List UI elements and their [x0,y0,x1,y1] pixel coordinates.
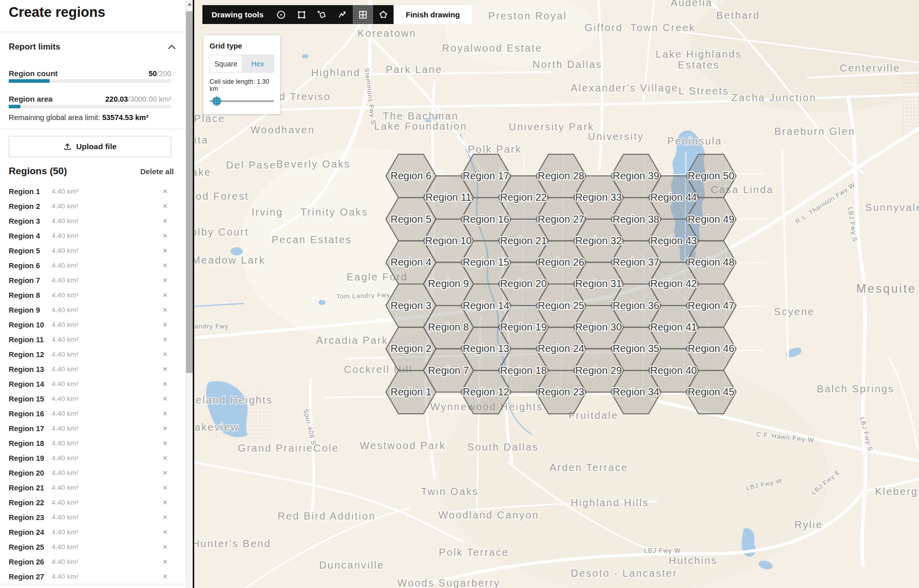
place-label: Red Bird Addition [278,510,376,522]
cell-side-length-label: Cell side length: 1.30 km [210,78,274,92]
delete-region-button[interactable]: × [163,394,168,403]
place-label: Grand Prairie [238,442,313,454]
cell-size-slider[interactable] [210,97,274,106]
delete-region-button[interactable]: × [163,350,168,359]
delete-region-button[interactable]: × [163,365,168,373]
hex-region-label: Region 39 [613,170,659,181]
delete-region-button[interactable]: × [163,424,168,433]
delete-region-button[interactable]: × [163,305,168,314]
place-label: Sunnyvale [865,202,919,213]
drawing-toolbar-group: Drawing tools [202,5,394,24]
region-name: Region 6 [9,262,44,270]
delete-region-button[interactable]: × [163,261,168,270]
delete-region-button[interactable]: × [163,513,168,522]
delete-region-button[interactable]: × [163,231,168,240]
region-name: Region 5 [9,247,44,255]
region-area: 4.40 km² [52,187,79,195]
region-row: Region 234.40 km²× [9,510,177,525]
grid-type-square-button[interactable]: Square [210,55,242,72]
delete-region-button[interactable]: × [163,468,168,477]
rectangle-tool-button[interactable] [291,5,312,24]
freehand-line-tool-icon [337,10,348,20]
report-limits-label: Report limits [9,42,60,52]
region-name: Region 27 [9,573,44,581]
place-label: Colby Court [194,226,249,238]
map[interactable]: KoreatownPreston RoyalAudeliaBethardGiff… [194,0,919,588]
polygon-vertices-tool-button[interactable] [373,5,394,24]
region-name: Region 12 [9,350,44,359]
region-name: Region 7 [9,276,44,285]
place-label: Meadow Lark [194,254,265,266]
region-area: 4.40 km² [52,528,79,536]
delete-region-button[interactable]: × [163,246,168,255]
report-limits-header[interactable]: Report limits [9,42,175,52]
region-row: Region 74.40 km²× [9,273,177,288]
region-name: Region 17 [9,425,44,433]
delete-region-button[interactable]: × [163,291,168,299]
slider-thumb[interactable] [212,97,221,106]
finish-drawing-button[interactable]: Finish drawing [394,5,472,24]
circle-tool-button[interactable] [271,5,291,24]
scrollbar-thumb[interactable] [186,11,193,373]
place-label: Woodland Canyon [438,509,539,521]
skew-polygon-tool-button[interactable] [312,5,332,24]
delete-region-button[interactable]: × [163,454,168,462]
hex-region-label: Region 12 [463,386,509,397]
place-label: Irving [251,206,283,218]
delete-region-button[interactable]: × [163,543,168,551]
regions-heading: Regions (50) [9,166,67,177]
delete-region-button[interactable]: × [163,409,168,418]
region-count-metric: Region count 50/200 [9,69,171,78]
grid-tool-button[interactable] [353,5,373,24]
regions-list-header: Regions (50) Delete all [9,166,174,177]
scroll-up-arrow-icon[interactable] [188,3,192,6]
region-row: Region 194.40 km²× [9,451,177,465]
region-row: Region 254.40 km²× [9,539,177,554]
region-row: Region 24.40 km²× [9,199,177,214]
hex-region-label: Region 36 [613,300,659,311]
place-label: Westwood Park [360,440,446,451]
place-label: Lake Highlands [656,49,742,60]
delete-region-button[interactable]: × [163,572,168,581]
hex-region-label: Region 46 [688,343,734,354]
grid-type-hex-button[interactable]: Hex [242,55,273,72]
hex-region-label: Region 28 [538,170,584,181]
rectangle-tool-icon [296,10,307,20]
delete-all-button[interactable]: Delete all [140,167,174,176]
region-name: Region 10 [9,321,44,329]
chevron-up-icon[interactable] [168,44,175,50]
region-area-metric: Region area 220.03/3000.00 km² [9,95,171,103]
place-label: Hutchins [669,555,717,566]
place-label: The Bachman [383,110,459,122]
place-label: Duncanville [319,559,384,571]
delete-region-button[interactable]: × [163,202,168,210]
delete-region-button[interactable]: × [163,498,168,507]
delete-region-button[interactable]: × [163,320,168,329]
delete-region-button[interactable]: × [163,483,168,492]
region-area: 4.40 km² [52,291,79,299]
place-label: Alexander's Village [571,82,679,93]
delete-region-button[interactable]: × [163,557,168,566]
sidebar-scrollbar[interactable] [186,0,193,588]
region-row: Region 104.40 km²× [9,317,177,332]
region-area: 4.40 km² [52,247,79,254]
place-label: Zacha Junction [731,92,816,103]
skew-polygon-tool-icon [317,10,327,20]
delete-region-button[interactable]: × [163,187,168,196]
region-area: 4.40 km² [52,454,79,462]
delete-region-button[interactable]: × [163,439,168,448]
road-label: LBJ Fwy W [644,547,681,554]
delete-region-button[interactable]: × [163,276,168,285]
hex-region-label: Region 26 [538,256,584,268]
upload-file-button[interactable]: Upload file [9,136,171,157]
delete-region-button[interactable]: × [163,217,168,225]
place-label: Woodhaven [250,124,315,135]
region-name: Region 19 [9,454,44,462]
delete-region-button[interactable]: × [163,380,168,388]
map-canvas[interactable]: KoreatownPreston RoyalAudeliaBethardGiff… [194,0,919,588]
place-label: Braeburn Glen [774,126,856,137]
delete-region-button[interactable]: × [163,335,168,344]
place-label: Lakeview [194,421,239,433]
delete-region-button[interactable]: × [163,528,168,536]
freehand-line-tool-button[interactable] [332,5,353,24]
